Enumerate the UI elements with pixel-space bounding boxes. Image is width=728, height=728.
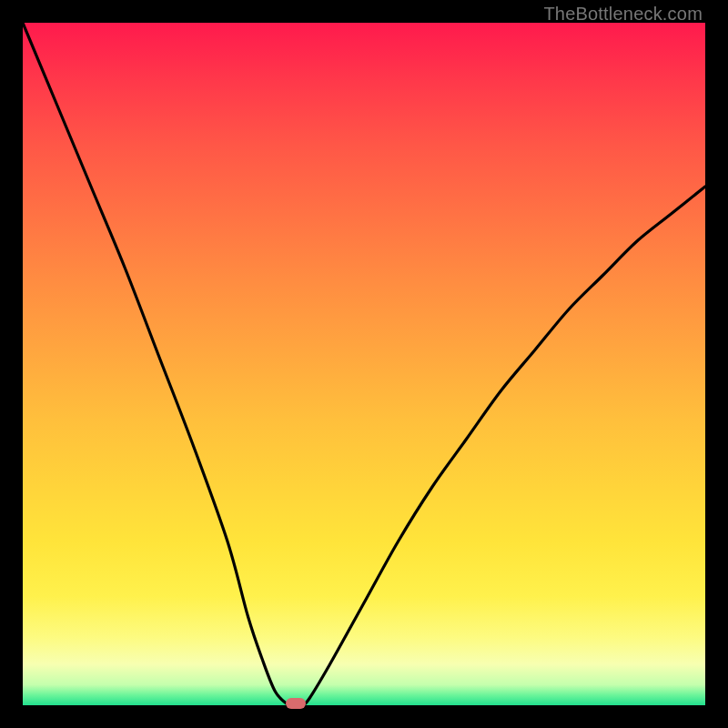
bottleneck-curve — [23, 23, 705, 705]
optimal-marker — [286, 698, 306, 709]
chart-frame: TheBottleneck.com — [0, 0, 728, 728]
watermark-text: TheBottleneck.com — [543, 4, 703, 25]
plot-area — [23, 23, 705, 705]
